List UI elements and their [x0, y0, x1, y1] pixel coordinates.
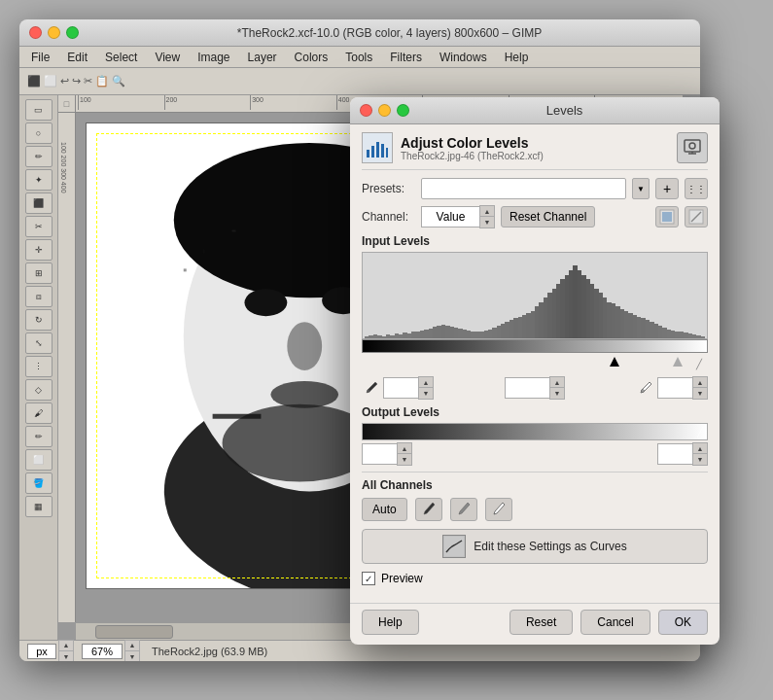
- histogram-bar: [569, 270, 573, 338]
- menu-layer[interactable]: Layer: [240, 49, 285, 66]
- close-button[interactable]: [29, 26, 42, 39]
- output-white-down[interactable]: ▼: [693, 454, 707, 465]
- menu-view[interactable]: View: [147, 49, 188, 66]
- menu-tools[interactable]: Tools: [337, 49, 380, 66]
- menu-select[interactable]: Select: [97, 49, 145, 66]
- zoom-input[interactable]: [82, 644, 123, 659]
- output-black-input[interactable]: 0: [362, 443, 397, 465]
- mid-up[interactable]: ▲: [550, 377, 564, 388]
- tool-rect-select[interactable]: ▭: [25, 99, 53, 121]
- tool-color-select[interactable]: ⬛: [25, 192, 53, 214]
- svg-rect-14: [213, 414, 262, 419]
- preview-icon-btn[interactable]: [677, 132, 708, 163]
- ok-btn[interactable]: OK: [658, 610, 708, 635]
- input-gradient-slider[interactable]: [362, 339, 708, 353]
- menu-windows[interactable]: Windows: [432, 49, 495, 66]
- zoom-unit: ▲ ▼: [82, 640, 140, 662]
- minimize-button[interactable]: [48, 26, 60, 39]
- preview-checkbox[interactable]: [362, 572, 375, 585]
- mid-value-input[interactable]: 1.00: [505, 377, 549, 399]
- menu-image[interactable]: Image: [190, 49, 237, 66]
- tool-paintbrush[interactable]: 🖌: [25, 402, 53, 424]
- tool-scale[interactable]: ⤡: [25, 332, 53, 354]
- divider-1: [362, 472, 708, 472]
- tool-ellipse-select[interactable]: ○: [25, 122, 53, 144]
- ruler-side: 100 200 300 400: [58, 113, 76, 622]
- pick-gray-all-btn[interactable]: [450, 498, 477, 521]
- tool-crop[interactable]: ⧈: [25, 286, 53, 307]
- output-gradient[interactable]: ╱: [362, 423, 708, 440]
- pick-white-btn[interactable]: [685, 206, 708, 228]
- pick-black-all-btn[interactable]: [415, 498, 442, 521]
- menu-edit[interactable]: Edit: [59, 49, 95, 66]
- tool-move[interactable]: ✛: [25, 239, 53, 261]
- edit-as-curves-btn[interactable]: Edit these Settings as Curves: [362, 529, 708, 564]
- black-value-input[interactable]: 204: [383, 377, 418, 399]
- white-value-input[interactable]: 255: [657, 377, 692, 399]
- output-white-input[interactable]: 255: [657, 443, 692, 465]
- output-white-up[interactable]: ▲: [693, 443, 707, 454]
- tool-bucket-fill[interactable]: 🪣: [25, 472, 53, 494]
- tool-align[interactable]: ⊞: [25, 262, 53, 284]
- menu-help[interactable]: Help: [497, 49, 537, 66]
- dialog-header: Adjust Color Levels TheRock2.jpg-46 (The…: [362, 132, 708, 170]
- dialog-min-btn[interactable]: [378, 104, 391, 117]
- presets-add-btn[interactable]: +: [655, 178, 679, 199]
- black-point-slider[interactable]: [610, 357, 619, 367]
- mid-down[interactable]: ▼: [550, 388, 564, 399]
- output-black-up[interactable]: ▲: [398, 443, 411, 454]
- output-black-down[interactable]: ▼: [398, 454, 411, 465]
- tool-shear[interactable]: ⋮: [25, 356, 53, 377]
- tool-scissors[interactable]: ✂: [25, 216, 53, 237]
- dialog-title-text: Adjust Color Levels TheRock2.jpg-46 (The…: [401, 135, 677, 161]
- tool-fuzzy-select[interactable]: ✦: [25, 169, 53, 191]
- black-down[interactable]: ▼: [419, 388, 433, 399]
- tool-blend[interactable]: ▦: [25, 496, 53, 517]
- scroll-thumb-horizontal[interactable]: [95, 625, 173, 639]
- unit-down[interactable]: ▼: [59, 651, 73, 662]
- svg-point-4: [244, 289, 287, 316]
- black-eyedropper-icon[interactable]: [362, 378, 381, 398]
- reset-btn[interactable]: Reset: [509, 610, 573, 635]
- presets-input[interactable]: [421, 178, 626, 199]
- channel-down[interactable]: ▼: [480, 217, 494, 228]
- black-up[interactable]: ▲: [419, 377, 433, 388]
- zoom-up[interactable]: ▲: [125, 641, 139, 651]
- presets-manage-btn[interactable]: ⋮⋮: [685, 178, 708, 199]
- menu-colors[interactable]: Colors: [287, 49, 336, 66]
- unit-up[interactable]: ▲: [59, 641, 73, 651]
- cancel-btn[interactable]: Cancel: [580, 610, 650, 635]
- auto-btn[interactable]: Auto: [362, 498, 407, 521]
- dialog-controls: [360, 104, 409, 117]
- presets-combo-btn[interactable]: ▼: [632, 178, 650, 199]
- unit-input[interactable]: [27, 644, 56, 659]
- channel-up[interactable]: ▲: [480, 206, 494, 217]
- white-down[interactable]: ▼: [693, 388, 707, 399]
- histogram-bar: [701, 336, 705, 338]
- dialog-close-btn[interactable]: [360, 104, 372, 117]
- ruler-tick-300: 300: [250, 95, 336, 110]
- tool-free-select[interactable]: ✏: [25, 146, 53, 167]
- help-btn[interactable]: Help: [362, 610, 419, 635]
- pick-white-all-btn[interactable]: [485, 498, 512, 521]
- menu-file[interactable]: File: [23, 49, 57, 66]
- tool-pencil[interactable]: ✏: [25, 426, 53, 447]
- white-point-slider[interactable]: [673, 357, 683, 367]
- tool-rotate[interactable]: ↻: [25, 309, 53, 331]
- menu-filters[interactable]: Filters: [382, 49, 430, 66]
- svg-rect-21: [685, 140, 700, 152]
- maximize-button[interactable]: [66, 26, 79, 39]
- channel-input[interactable]: [421, 206, 479, 228]
- svg-point-7: [270, 381, 338, 408]
- reset-channel-btn[interactable]: Reset Channel: [501, 206, 595, 228]
- white-eyedropper-icon[interactable]: [636, 378, 655, 398]
- tool-perspective[interactable]: ◇: [25, 379, 53, 401]
- zoom-down[interactable]: ▼: [125, 651, 139, 662]
- dialog-max-btn[interactable]: [397, 104, 409, 117]
- white-up[interactable]: ▲: [693, 377, 707, 388]
- black-input-group: 204 ▲ ▼: [362, 376, 434, 400]
- levels-dialog: Levels Adjust Color Levels TheRock2.jpg-…: [350, 97, 720, 645]
- pick-black-btn[interactable]: [655, 206, 679, 228]
- tool-eraser[interactable]: ⬜: [25, 449, 53, 471]
- ruler-corner: □: [58, 95, 76, 113]
